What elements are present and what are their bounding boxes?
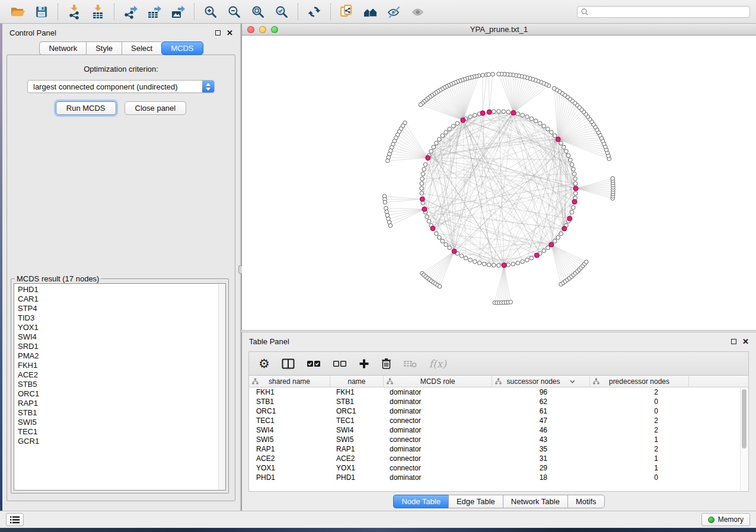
table-cell[interactable]: dominator — [384, 397, 492, 406]
column-header-predecessor-nodes[interactable]: predecessor nodes — [590, 376, 689, 387]
table-cell[interactable]: ACE2 — [330, 454, 384, 463]
table-cell[interactable]: PHD1 — [249, 473, 330, 482]
table-cell[interactable]: SWI4 — [330, 425, 384, 435]
close-panel-button[interactable]: Close panel — [125, 101, 187, 115]
table-cell[interactable]: dominator — [384, 387, 492, 397]
list-item[interactable]: STP4 — [18, 304, 225, 313]
create-column-button[interactable] — [359, 356, 369, 371]
list-item[interactable]: TID3 — [18, 313, 225, 323]
table-cell[interactable]: connector — [384, 463, 492, 473]
table-cell[interactable]: 43 — [492, 435, 590, 444]
table-scrollbar-thumb[interactable] — [742, 389, 747, 448]
table-cell[interactable]: FKH1 — [249, 387, 330, 397]
list-item[interactable]: ORC1 — [18, 389, 225, 399]
column-header-mcds-role[interactable]: MCDS role — [384, 376, 492, 387]
table-cell[interactable]: SWI5 — [330, 435, 384, 444]
import-network-button[interactable] — [62, 2, 86, 21]
delete-table-button[interactable] — [403, 356, 417, 371]
table-cell[interactable]: 0 — [590, 473, 689, 482]
list-item[interactable]: YOX1 — [18, 323, 225, 332]
show-all-button[interactable] — [406, 2, 430, 21]
table-cell[interactable]: 29 — [492, 463, 590, 473]
table-cell[interactable]: 96 — [492, 387, 590, 397]
minimize-window-icon[interactable] — [259, 26, 266, 33]
optimization-criterion-select[interactable]: largest connected component (undirected) — [27, 80, 215, 93]
table-cell[interactable]: 2 — [590, 416, 689, 425]
import-table-button[interactable] — [86, 2, 110, 21]
list-item[interactable]: GCR1 — [18, 437, 225, 446]
close-window-icon[interactable] — [247, 26, 254, 33]
table-cell[interactable]: connector — [384, 416, 492, 425]
tab-network[interactable]: Network — [39, 41, 86, 55]
list-item[interactable]: STB1 — [18, 408, 225, 418]
save-button[interactable] — [30, 2, 53, 21]
table-cell[interactable]: YOX1 — [249, 463, 330, 473]
table-row[interactable]: STB1STB1dominator620 — [249, 397, 748, 406]
table-cell[interactable]: STB1 — [330, 397, 384, 406]
table-cell[interactable]: STB1 — [249, 397, 330, 406]
zoom-out-button[interactable] — [222, 2, 246, 21]
table-scrollbar[interactable] — [740, 388, 748, 491]
table-cell[interactable]: dominator — [384, 406, 492, 416]
table-cell[interactable]: 1 — [590, 454, 689, 463]
tab-style[interactable]: Style — [86, 41, 122, 55]
list-item[interactable]: RAP1 — [18, 399, 225, 408]
export-image-button[interactable] — [166, 2, 190, 21]
open-file-button[interactable] — [6, 2, 30, 21]
table-cell[interactable]: 35 — [492, 444, 590, 454]
table-row[interactable]: ACE2ACE2connector311 — [249, 454, 748, 463]
table-cell[interactable]: 18 — [492, 473, 590, 482]
list-item[interactable]: TEC1 — [18, 427, 225, 437]
table-cell[interactable]: 0 — [590, 406, 689, 416]
table-cell[interactable]: TEC1 — [330, 416, 384, 425]
column-header-shared-name[interactable]: shared name — [249, 376, 330, 387]
tab-network-table[interactable]: Network Table — [503, 495, 567, 508]
close-panel-icon[interactable] — [227, 29, 233, 37]
table-cell[interactable]: 1 — [590, 435, 689, 444]
table-row[interactable]: ORC1ORC1dominator610 — [249, 406, 748, 416]
search-input[interactable] — [589, 7, 747, 17]
tab-mcds[interactable]: MCDS — [161, 41, 203, 55]
select-all-columns-button[interactable] — [307, 356, 321, 371]
table-row[interactable]: PHD1PHD1dominator180 — [249, 473, 748, 482]
table-cell[interactable]: ACE2 — [249, 454, 330, 463]
table-cell[interactable]: 2 — [590, 387, 689, 397]
table-row[interactable]: YOX1YOX1connector291 — [249, 463, 748, 473]
table-cell[interactable]: PHD1 — [330, 473, 384, 482]
table-cell[interactable]: dominator — [384, 444, 492, 454]
table-cell[interactable]: FKH1 — [330, 387, 384, 397]
table-cell[interactable]: SWI4 — [249, 425, 330, 435]
table-cell[interactable]: 61 — [492, 406, 590, 416]
delete-column-button[interactable] — [381, 356, 391, 371]
table-cell[interactable]: SWI5 — [249, 435, 330, 444]
export-network-button[interactable] — [119, 2, 142, 21]
task-history-button[interactable] — [6, 513, 24, 526]
table-cell[interactable]: connector — [384, 454, 492, 463]
table-row[interactable]: RAP1RAP1dominator352 — [249, 444, 748, 454]
table-cell[interactable]: 31 — [492, 454, 590, 463]
table-cell[interactable]: 2 — [590, 444, 689, 454]
list-item[interactable]: SWI5 — [18, 418, 225, 427]
table-cell[interactable]: 1 — [590, 463, 689, 473]
tab-select[interactable]: Select — [122, 41, 161, 55]
table-cell[interactable]: RAP1 — [249, 444, 330, 454]
network-graph[interactable] — [242, 36, 756, 330]
float-panel-icon[interactable] — [731, 339, 736, 344]
list-item[interactable]: FKH1 — [18, 361, 225, 370]
table-row[interactable]: TEC1TEC1connector472 — [249, 416, 748, 425]
sort-descending-icon[interactable] — [570, 380, 575, 383]
table-row[interactable]: SWI4SWI4dominator462 — [249, 425, 748, 435]
list-item[interactable]: CAR1 — [18, 294, 225, 304]
table-row[interactable]: FKH1FKH1dominator962 — [249, 387, 748, 397]
first-neighbors-button[interactable] — [359, 2, 382, 21]
list-item[interactable]: SRD1 — [18, 342, 225, 351]
table-cell[interactable]: ORC1 — [330, 406, 384, 416]
table-cell[interactable]: YOX1 — [330, 463, 384, 473]
zoom-fit-button[interactable] — [246, 2, 270, 21]
function-builder-button[interactable]: f(x) — [429, 356, 446, 371]
refresh-button[interactable] — [302, 2, 326, 21]
table-settings-button[interactable] — [259, 356, 270, 371]
maximize-window-icon[interactable] — [271, 26, 278, 33]
list-item[interactable]: PMA2 — [18, 351, 225, 361]
table-row[interactable]: SWI5SWI5connector431 — [249, 435, 748, 444]
